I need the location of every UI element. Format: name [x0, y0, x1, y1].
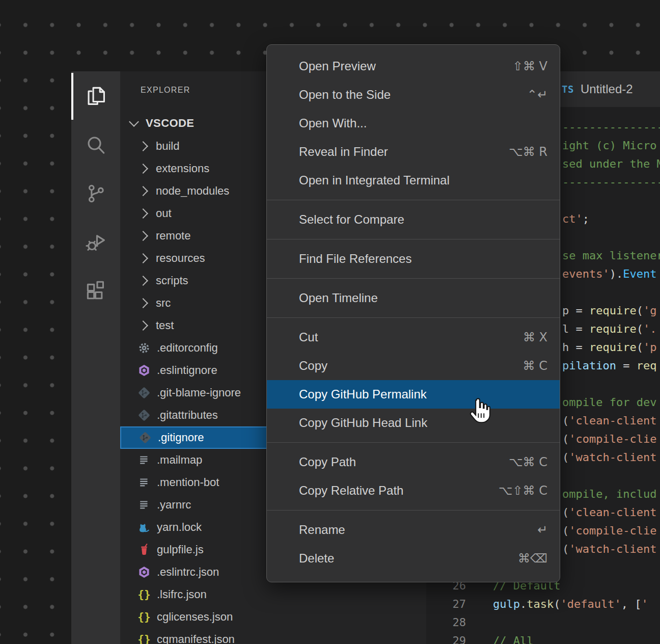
menu-item-open-preview[interactable]: Open Preview⇧⌘ V — [267, 52, 560, 81]
eslint-icon — [138, 364, 151, 377]
menu-item-shortcut: ⌥⌘ R — [509, 145, 547, 159]
menu-item-copy-path[interactable]: Copy Path⌥⌘ C — [267, 448, 560, 476]
files-icon — [84, 84, 107, 108]
tree-item-label: cglicenses.json — [157, 610, 233, 624]
code-line: ight (c) Micro — [562, 137, 656, 155]
tree-file-lsifrc-json[interactable]: {}.lsifrc.json — [120, 583, 426, 606]
menu-separator — [267, 442, 560, 443]
json-icon: {} — [138, 588, 151, 601]
code-line: ('compile-clie — [562, 430, 656, 448]
tree-file-cgmanifest-json[interactable]: {}cgmanifest.json — [120, 628, 426, 644]
menu-item-shortcut: ⌃↵ — [527, 88, 547, 102]
search-icon — [84, 133, 107, 156]
menu-item-copy-github-head-link[interactable]: Copy GitHub Head Link — [267, 409, 560, 437]
menu-item-shortcut: ⌘ C — [523, 359, 547, 373]
activity-bar — [71, 71, 120, 644]
desktop-background: EXPLORER VSCODEbuildextensionsnode_modul… — [0, 0, 660, 644]
tree-item-label: .eslintrc.json — [157, 566, 219, 579]
menu-item-copy[interactable]: Copy⌘ C — [267, 352, 560, 380]
tree-item-label: yarn.lock — [157, 521, 202, 534]
tree-item-label: cgmanifest.json — [157, 633, 235, 644]
code-line: ('watch-client — [562, 540, 656, 558]
code-line: se max listener — [562, 247, 660, 265]
chevron-right-icon — [138, 231, 148, 241]
activity-source-control-button[interactable] — [71, 169, 120, 218]
menu-item-open-to-the-side[interactable]: Open to the Side⌃↵ — [267, 81, 560, 109]
chevron-down-icon — [129, 117, 139, 127]
menu-item-delete[interactable]: Delete⌘⌫ — [267, 544, 560, 573]
menu-item-open-with[interactable]: Open With... — [267, 109, 560, 138]
menu-item-open-in-integrated-terminal[interactable]: Open in Integrated Terminal — [267, 166, 560, 195]
activity-search-button[interactable] — [71, 120, 120, 169]
tree-item-label: build — [156, 140, 179, 153]
gulp-icon — [138, 543, 151, 556]
tree-item-label: .gitattributes — [157, 409, 218, 422]
menu-item-open-timeline[interactable]: Open Timeline — [267, 284, 560, 312]
context-menu: Open Preview⇧⌘ VOpen to the Side⌃↵Open W… — [266, 44, 560, 582]
tree-item-label: src — [156, 297, 171, 310]
menu-item-shortcut: ⌘ X — [523, 330, 547, 344]
code-line: -------------------- — [562, 173, 660, 192]
menu-item-rename[interactable]: Rename↵ — [267, 516, 560, 544]
menu-item-label: Cut — [299, 330, 523, 344]
activity-explorer-button[interactable] — [71, 71, 120, 120]
line-number: 29 — [437, 632, 466, 644]
activity-extensions-button[interactable] — [71, 266, 120, 315]
tree-item-label: VSCODE — [146, 117, 194, 130]
tree-item-label: node_modules — [156, 184, 229, 198]
source-control-icon — [84, 182, 107, 205]
chevron-right-icon — [138, 208, 148, 219]
code-line: pilation = req — [562, 357, 656, 375]
menu-item-find-file-references[interactable]: Find File References — [267, 245, 560, 273]
chevron-right-icon — [138, 276, 148, 286]
code-line: h = require('p — [562, 338, 656, 357]
run-debug-icon — [84, 230, 107, 254]
menu-item-label: Delete — [299, 551, 518, 566]
git-icon — [139, 431, 152, 444]
chevron-right-icon — [138, 298, 148, 308]
menu-item-label: Open in Integrated Terminal — [299, 173, 547, 187]
text-file-icon — [138, 476, 151, 489]
menu-item-select-for-compare[interactable]: Select for Compare — [267, 205, 560, 234]
text-file-icon — [138, 498, 151, 512]
menu-item-label: Copy GitHub Permalink — [299, 387, 547, 401]
code-line: ('clean-client — [562, 412, 656, 430]
code-line: gulp.task('default', [' — [493, 595, 648, 613]
tree-item-label: .git-blame-ignore — [157, 386, 241, 399]
tree-item-label: gulpfile.js — [157, 543, 204, 556]
tree-item-label: test — [156, 319, 174, 332]
menu-item-label: Copy Relative Path — [299, 484, 499, 498]
tree-item-label: .editorconfig — [157, 341, 218, 355]
menu-separator — [267, 200, 560, 200]
json-icon: {} — [138, 610, 151, 624]
menu-item-label: Copy Path — [299, 455, 509, 469]
menu-item-shortcut: ↵ — [537, 523, 547, 537]
tree-file-cglicenses-json[interactable]: {}cglicenses.json — [120, 606, 426, 628]
tab-untitled-2[interactable]: TS Untitled-2 — [554, 71, 641, 107]
menu-item-reveal-in-finder[interactable]: Reveal in Finder⌥⌘ R — [267, 138, 560, 166]
code-line: ompile, includ — [562, 485, 656, 503]
menu-item-copy-relative-path[interactable]: Copy Relative Path⌥⇧⌘ C — [267, 476, 560, 505]
code-line: // All — [493, 632, 533, 644]
chevron-right-icon — [138, 141, 148, 151]
tree-item-label: .mailmap — [157, 453, 202, 467]
menu-item-cut[interactable]: Cut⌘ X — [267, 323, 560, 352]
git-icon — [138, 409, 151, 422]
tree-item-label: .yarnrc — [157, 498, 191, 512]
menu-item-copy-github-permalink[interactable]: Copy GitHub Permalink — [267, 380, 560, 409]
code-line: sed under the M — [562, 155, 660, 173]
activity-run-debug-button[interactable] — [71, 218, 120, 266]
gear-icon — [138, 341, 151, 355]
tree-item-label: .gitignore — [158, 431, 204, 444]
extensions-icon — [84, 279, 107, 303]
menu-item-label: Select for Compare — [299, 212, 547, 227]
menu-separator — [267, 278, 560, 279]
menu-separator — [267, 317, 560, 318]
tree-item-label: scripts — [156, 274, 188, 287]
menu-item-label: Reveal in Finder — [299, 145, 509, 159]
line-number: 28 — [437, 613, 466, 632]
menu-item-label: Open Preview — [299, 59, 513, 73]
menu-separator — [267, 239, 560, 239]
code-line: ompile for dev — [562, 393, 656, 412]
code-line: ('watch-client — [562, 448, 656, 467]
